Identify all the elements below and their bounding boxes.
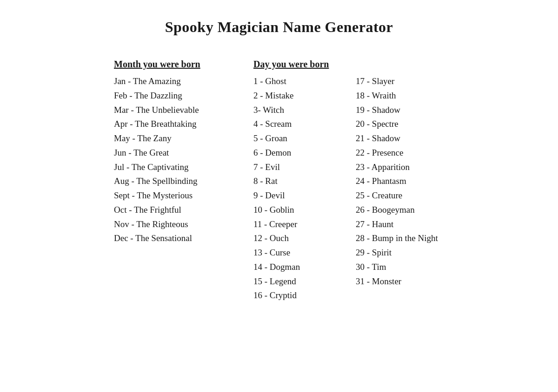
list-item: 23 - Apparition: [356, 160, 444, 175]
list-item: 16 - Cryptid: [253, 288, 337, 303]
days-col2-column: placeholder 17 - Slayer18 - Wraith19 - S…: [346, 59, 453, 288]
list-item: 11 - Creeper: [253, 217, 337, 232]
list-item: 25 - Creature: [356, 189, 444, 203]
list-item: 14 - Dogman: [253, 260, 337, 274]
list-item: Dec - The Sensational: [114, 231, 235, 246]
list-item: 18 - Wraith: [356, 89, 444, 103]
list-item: Jan - The Amazing: [114, 74, 235, 89]
list-item: 10 - Goblin: [253, 203, 337, 217]
list-item: 15 - Legend: [253, 274, 337, 289]
list-item: Oct - The Frightful: [114, 203, 235, 217]
list-item: 9 - Devil: [253, 189, 337, 203]
list-item: 5 - Groan: [253, 131, 337, 146]
list-item: 21 - Shadow: [356, 131, 444, 146]
list-item: 7 - Evil: [253, 160, 337, 175]
list-item: 28 - Bump in the Night: [356, 231, 444, 246]
list-item: Apr - The Breathtaking: [114, 117, 235, 131]
list-item: 31 - Monster: [356, 274, 444, 289]
list-item: 2 - Mistake: [253, 89, 337, 103]
list-item: 30 - Tim: [356, 260, 444, 274]
days-col2-list: 17 - Slayer18 - Wraith19 - Shadow20 - Sp…: [356, 74, 444, 288]
list-item: 19 - Shadow: [356, 103, 444, 118]
list-item: 29 - Spirit: [356, 246, 444, 260]
list-item: 17 - Slayer: [356, 74, 444, 89]
list-item: 8 - Rat: [253, 174, 337, 189]
list-item: 26 - Boogeyman: [356, 203, 444, 217]
list-item: Nov - The Righteous: [114, 217, 235, 232]
list-item: 1 - Ghost: [253, 74, 337, 89]
months-list: Jan - The AmazingFeb - The DazzlingMar -…: [114, 74, 235, 246]
list-item: 6 - Demon: [253, 146, 337, 160]
list-item: Mar - The Unbelievable: [114, 103, 235, 118]
list-item: Aug - The Spellbinding: [114, 174, 235, 189]
months-column: Month you were born Jan - The AmazingFeb…: [105, 59, 244, 246]
list-item: 13 - Curse: [253, 246, 337, 260]
list-item: 27 - Haunt: [356, 217, 444, 232]
days-col1-column: Day you were born 1 - Ghost2 - Mistake3-…: [244, 59, 346, 303]
page-title: Spooky Magician Name Generator: [165, 19, 393, 36]
list-item: May - The Zany: [114, 131, 235, 146]
list-item: 22 - Presence: [356, 146, 444, 160]
list-item: Jul - The Captivating: [114, 160, 235, 175]
list-item: Sept - The Mysterious: [114, 189, 235, 203]
list-item: Jun - The Great: [114, 146, 235, 160]
days-header: Day you were born: [253, 59, 337, 70]
list-item: 20 - Spectre: [356, 117, 444, 131]
content-columns: Month you were born Jan - The AmazingFeb…: [28, 59, 530, 303]
months-header: Month you were born: [114, 59, 235, 70]
list-item: 12 - Ouch: [253, 231, 337, 246]
list-item: 3- Witch: [253, 103, 337, 118]
days-col1-list: 1 - Ghost2 - Mistake3- Witch4 - Scream5 …: [253, 74, 337, 303]
list-item: Feb - The Dazzling: [114, 89, 235, 103]
list-item: 24 - Phantasm: [356, 174, 444, 189]
list-item: 4 - Scream: [253, 117, 337, 131]
